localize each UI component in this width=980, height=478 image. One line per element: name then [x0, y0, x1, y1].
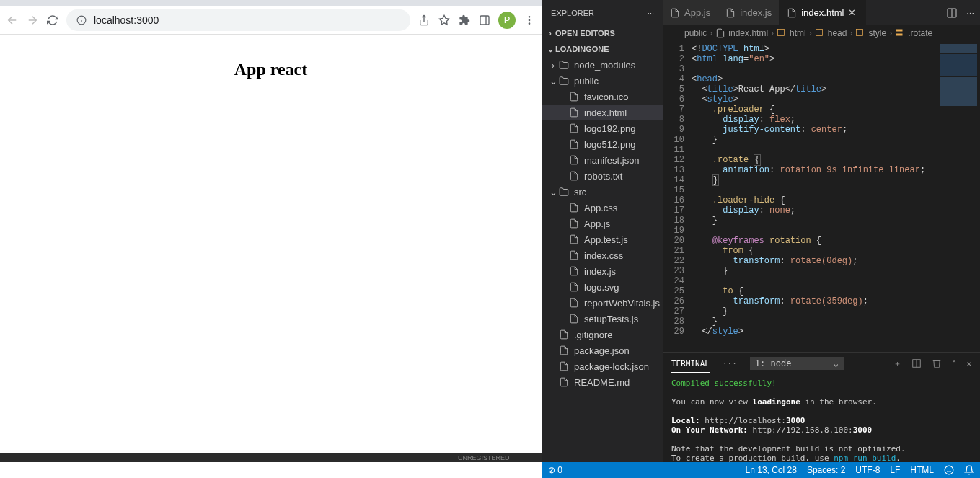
- project-label: LOADINGONE: [555, 45, 609, 53]
- tree-folder-node_modules[interactable]: ›node_modules: [542, 57, 663, 73]
- maximize-terminal-icon[interactable]: ⌃: [952, 359, 957, 368]
- profile-avatar[interactable]: P: [498, 12, 516, 29]
- close-terminal-icon[interactable]: ✕: [966, 359, 971, 368]
- status-errors-count: 0: [557, 465, 562, 475]
- open-editors-section[interactable]: ›OPEN EDITORS: [542, 25, 663, 41]
- svg-rect-5: [480, 16, 489, 25]
- breadcrumb-segment[interactable]: index.html: [728, 28, 768, 38]
- menu-icon[interactable]: [523, 14, 536, 27]
- tree-file-App-css[interactable]: App.css: [542, 200, 663, 216]
- status-cursor[interactable]: Ln 13, Col 28: [746, 465, 797, 475]
- tree-file-package-lock-json[interactable]: package-lock.json: [542, 358, 663, 374]
- terminal-dropdown-label: 1: node: [755, 358, 792, 368]
- page-heading: App react: [0, 60, 542, 79]
- extensions-icon[interactable]: [458, 14, 471, 27]
- tab-actions: ···: [940, 0, 980, 25]
- chevron-down-icon: ⌄: [545, 45, 555, 54]
- tree-file-setupTests-js[interactable]: setupTests.js: [542, 311, 663, 327]
- breadcrumb-segment[interactable]: style: [868, 28, 886, 38]
- editor-tabs: App.jsindex.jsindex.html✕ ···: [663, 0, 980, 25]
- tree-folder-src[interactable]: ⌄src: [542, 184, 663, 200]
- breadcrumb-segment[interactable]: html: [790, 28, 806, 38]
- tree-file-favicon-ico[interactable]: favicon.ico: [542, 89, 663, 105]
- terminal-dropdown[interactable]: 1: node⌄: [750, 357, 844, 370]
- svg-rect-12: [778, 30, 785, 36]
- explorer-title: EXPLORER: [551, 9, 594, 17]
- svg-point-9: [529, 22, 531, 25]
- project-section[interactable]: ⌄LOADINGONE: [542, 41, 663, 57]
- tree-file-reportWebVitals-js[interactable]: reportWebVitals.js: [542, 295, 663, 311]
- tree-file-index-html[interactable]: index.html: [542, 105, 663, 120]
- code-lines[interactable]: <!DOCTYPE html><html lang="en"><head> <t…: [692, 41, 937, 352]
- chevron-down-icon: ⌄: [834, 358, 839, 368]
- chevron-right-icon: ›: [545, 29, 555, 37]
- tree-file-robots-txt[interactable]: robots.txt: [542, 168, 663, 184]
- browser-toolbar: P: [0, 6, 542, 35]
- open-editors-label: OPEN EDITORS: [555, 29, 615, 37]
- status-eol[interactable]: LF: [890, 465, 900, 475]
- terminal-tabs: TERMINAL ··· 1: node⌄ ＋ ⌃ ✕: [663, 353, 980, 374]
- address-bar[interactable]: [66, 9, 410, 31]
- tree-file-README-md[interactable]: README.md: [542, 374, 663, 390]
- status-spaces[interactable]: Spaces: 2: [807, 465, 845, 475]
- explorer-more-icon[interactable]: ···: [648, 9, 654, 17]
- browser-tab-strip: [0, 0, 542, 6]
- page-content: App react: [0, 35, 542, 478]
- feedback-icon[interactable]: [944, 465, 954, 475]
- code-editor[interactable]: 1234567891011121314151617181920212223242…: [663, 41, 980, 352]
- status-errors[interactable]: ⊘ 0: [548, 465, 562, 475]
- line-gutter: 1234567891011121314151617181920212223242…: [663, 41, 692, 352]
- tree-file-index-css[interactable]: index.css: [542, 247, 663, 263]
- editor-tab-index-js[interactable]: index.js: [718, 0, 780, 25]
- tree-folder-public[interactable]: ⌄public: [542, 73, 663, 89]
- terminal-tab[interactable]: TERMINAL: [671, 355, 710, 373]
- tree-file-logo192-png[interactable]: logo192.png: [542, 120, 663, 136]
- explorer-header: EXPLORER ···: [542, 0, 663, 25]
- tree-file-logo512-png[interactable]: logo512.png: [542, 136, 663, 152]
- split-terminal-icon[interactable]: [911, 358, 922, 368]
- status-encoding[interactable]: UTF-8: [855, 465, 880, 475]
- site-info-icon[interactable]: [75, 14, 88, 27]
- url-input[interactable]: [94, 14, 402, 26]
- svg-point-17: [945, 466, 953, 474]
- tree-file-App-test-js[interactable]: App.test.js: [542, 231, 663, 247]
- bottom-stripe: UNREGISTERED: [0, 453, 542, 462]
- new-terminal-icon[interactable]: ＋: [893, 358, 901, 369]
- terminal-panel: TERMINAL ··· 1: node⌄ ＋ ⌃ ✕ Compiled suc…: [663, 352, 980, 478]
- explorer-sidebar: EXPLORER ··· ›OPEN EDITORS ⌄LOADINGONE ›…: [542, 0, 663, 478]
- more-actions-icon[interactable]: ···: [966, 7, 974, 18]
- status-language[interactable]: HTML: [910, 465, 934, 475]
- svg-point-7: [529, 16, 531, 18]
- breadcrumb-segment[interactable]: public: [684, 28, 707, 38]
- breadcrumb[interactable]: public›index.html›html›head›style›.rotat…: [663, 25, 980, 41]
- close-tab-icon[interactable]: ✕: [848, 7, 858, 18]
- forward-button[interactable]: [26, 14, 39, 27]
- tree-file-manifest-json[interactable]: manifest.json: [542, 152, 663, 168]
- tree-file-package-json[interactable]: package.json: [542, 342, 663, 358]
- reload-button[interactable]: [46, 14, 59, 27]
- back-button[interactable]: [6, 14, 19, 27]
- browser-window: P App react: [0, 0, 542, 478]
- minimap[interactable]: [937, 41, 980, 352]
- bookmark-icon[interactable]: [438, 14, 451, 27]
- unregistered-label: UNREGISTERED: [458, 454, 510, 461]
- share-icon[interactable]: [418, 14, 431, 27]
- vscode-window: EXPLORER ··· ›OPEN EDITORS ⌄LOADINGONE ›…: [542, 0, 980, 478]
- notifications-icon[interactable]: [964, 465, 974, 475]
- svg-point-8: [529, 19, 531, 21]
- tree-file--gitignore[interactable]: .gitignore: [542, 327, 663, 342]
- tree-file-index-js[interactable]: index.js: [542, 263, 663, 279]
- editor-tab-index-html[interactable]: index.html✕: [780, 0, 866, 25]
- svg-marker-4: [439, 15, 449, 25]
- editor-tab-App-js[interactable]: App.js: [663, 0, 718, 25]
- trash-icon[interactable]: [932, 358, 942, 368]
- svg-rect-13: [816, 30, 822, 36]
- editor-area: App.jsindex.jsindex.html✕ ··· public›ind…: [663, 0, 980, 478]
- tree-file-logo-svg[interactable]: logo.svg: [542, 279, 663, 295]
- sidepanel-icon[interactable]: [478, 14, 491, 27]
- tree-file-App-js[interactable]: App.js: [542, 216, 663, 231]
- split-editor-icon[interactable]: [946, 7, 958, 19]
- breadcrumb-segment[interactable]: .rotate: [908, 28, 932, 38]
- terminal-more-icon[interactable]: ···: [723, 359, 737, 368]
- breadcrumb-segment[interactable]: head: [828, 28, 847, 38]
